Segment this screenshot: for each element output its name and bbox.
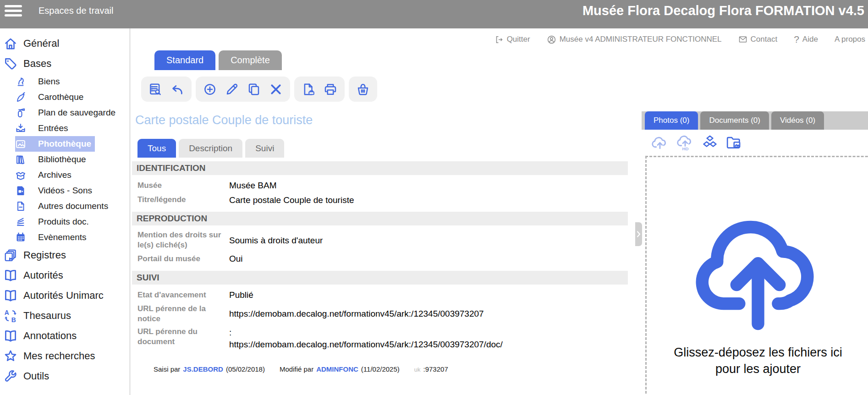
- toolbar-group-edit: [196, 77, 290, 102]
- sidebar-item-autorites[interactable]: Autorités: [0, 265, 130, 285]
- sidebar-item-label: Bibliothèque: [38, 154, 86, 165]
- cloud-arrow-up-icon: [682, 203, 834, 331]
- panel-collapse-handle[interactable]: [635, 222, 642, 246]
- field-row-url-notice: URL pérenne de la notice https://demobam…: [132, 302, 628, 325]
- app-header: Espaces de travail Musée Flora Decalog F…: [0, 0, 868, 28]
- undo-icon[interactable]: [170, 82, 184, 96]
- uk-info: uk :973207: [414, 365, 448, 373]
- field-value-url-document: : https://demobam.decalog.net/formationv…: [229, 327, 503, 350]
- sidebar-item-biens[interactable]: Biens: [15, 74, 95, 89]
- tab-documents[interactable]: Documents (0): [700, 111, 769, 130]
- svg-text:A: A: [5, 309, 9, 316]
- tag-icon: [4, 57, 17, 71]
- file-dropzone[interactable]: Glissez-déposez les fichiers ici pour le…: [645, 156, 868, 395]
- papers-stack-icon: [15, 216, 26, 227]
- sidebar-item-label: Evènements: [38, 232, 87, 242]
- sidebar-item-evenements[interactable]: Evènements: [15, 230, 95, 245]
- sidebar-item-label: Annotations: [23, 330, 77, 342]
- sidebar-item-annotations[interactable]: Annotations: [0, 326, 130, 346]
- sidebar-item-general[interactable]: Général: [0, 33, 130, 54]
- field-value: Carte postale Couple de touriste: [229, 194, 354, 206]
- sidebar-item-label: Registres: [23, 249, 66, 261]
- core-sample-icon: [15, 92, 26, 103]
- cloud-upload-hd-icon[interactable]: HD: [676, 134, 694, 151]
- field-label: Portail du musée: [137, 254, 229, 264]
- copy-icon[interactable]: [247, 82, 261, 96]
- field-row-portail-musee: Portail du musée Oui: [132, 252, 628, 266]
- field-label: Titre/légende: [137, 195, 229, 205]
- sidebar-item-thesaurus[interactable]: AB Thesaurus: [0, 306, 130, 326]
- basket-icon[interactable]: [356, 82, 370, 96]
- list-search-icon[interactable]: [148, 82, 162, 96]
- app-window: Espaces de travail Musée Flora Decalog F…: [0, 0, 868, 395]
- tab-photos[interactable]: Photos (0): [645, 111, 698, 130]
- sidebar-item-mes-recherches[interactable]: Mes recherches: [0, 346, 130, 366]
- created-user-link[interactable]: JS.DEBORD: [183, 365, 223, 373]
- toolbar-group-search: [141, 77, 192, 102]
- sidebar-item-bases[interactable]: Bases: [0, 54, 130, 74]
- sidebar-item-label: Plan de sauvegarde: [38, 108, 115, 118]
- sidebar-item-produits-doc[interactable]: Produits doc.: [15, 214, 95, 230]
- sidebar-item-phototheque[interactable]: Photothèque: [15, 136, 95, 152]
- tab-complete[interactable]: Complète: [219, 50, 282, 70]
- sidebar-item-plan-de-sauvegarde[interactable]: Plan de sauvegarde: [15, 105, 95, 121]
- svg-text:HD: HD: [682, 146, 688, 151]
- created-date: (05/02/2018): [226, 365, 265, 373]
- sidebar-item-videos-sons[interactable]: Vidéos - Sons: [15, 183, 95, 198]
- sidebar-item-registres[interactable]: Registres: [0, 245, 130, 265]
- file-print-icon[interactable]: [302, 82, 315, 96]
- created-info: Saisi par JS.DEBORD (05/02/2018): [154, 365, 265, 373]
- uk-label: uk: [414, 366, 421, 373]
- modified-info: Modifié par ADMINFONC (11/02/2025): [280, 365, 400, 373]
- field-label: Etat d'avancement: [137, 290, 229, 300]
- archive-box-icon: [15, 170, 26, 181]
- field-label: Mention des droits sur le(s) cliché(s): [137, 230, 229, 250]
- edit-pencil-icon[interactable]: [225, 82, 239, 96]
- tab-standard[interactable]: Standard: [154, 50, 215, 70]
- tab-tous[interactable]: Tous: [137, 139, 176, 158]
- tab-description[interactable]: Description: [179, 139, 242, 158]
- field-label: URL pérenne du document: [137, 327, 229, 347]
- hamburger-menu-icon[interactable]: [5, 3, 22, 19]
- sidebar-item-archives[interactable]: Archives: [15, 167, 95, 183]
- field-row-mention-droits: Mention des droits sur le(s) cliché(s) S…: [132, 229, 628, 252]
- field-row-musee: Musée Musée BAM: [132, 178, 628, 193]
- printer-icon[interactable]: [324, 82, 337, 96]
- cubes-icon[interactable]: [701, 135, 719, 150]
- sidebar-item-label: Autorités: [23, 269, 63, 281]
- modified-prefix: Modifié par: [280, 365, 313, 373]
- field-row-etat-avancement: Etat d'avancement Publié: [132, 288, 628, 302]
- sidebar-item-entrees[interactable]: Entrées: [15, 121, 95, 136]
- toolbar-group-print: [294, 77, 345, 102]
- sidebar-item-label: Bases: [23, 58, 51, 70]
- tab-suivi[interactable]: Suivi: [245, 139, 284, 158]
- record-footer: Saisi par JS.DEBORD (05/02/2018) Modifié…: [154, 365, 635, 373]
- sidebar-item-outils[interactable]: Outils: [0, 366, 130, 386]
- sidebar-item-autres-documents[interactable]: Autres documents: [15, 198, 95, 214]
- sidebar-item-label: Outils: [23, 370, 49, 382]
- sidebar-item-carotheque[interactable]: Carothèque: [15, 89, 95, 105]
- sidebar-item-label: Biens: [38, 77, 60, 87]
- toolbar: [141, 77, 635, 102]
- media-panel: Photos (0) Documents (0) Vidéos (0) HD G…: [642, 28, 868, 395]
- sidebar-item-label: Général: [23, 38, 59, 49]
- sidebar-item-autorites-unimarc[interactable]: Autorités Unimarc: [0, 285, 130, 306]
- sidebar-item-bibliotheque[interactable]: Bibliothèque: [15, 152, 95, 167]
- record-fields: IDENTIFICATION Musée Musée BAM Titre/lég…: [132, 161, 628, 351]
- folder-image-icon[interactable]: [725, 135, 742, 150]
- cloud-upload-icon[interactable]: [651, 134, 669, 151]
- field-value: Oui: [229, 253, 243, 265]
- delete-x-icon[interactable]: [269, 82, 283, 96]
- app-title: Musée Flora Decalog Flora FORMATION v4.5: [582, 3, 864, 18]
- tab-videos[interactable]: Vidéos (0): [771, 111, 824, 130]
- modified-date: (11/02/2025): [361, 365, 400, 373]
- media-tab-strip: Photos (0) Documents (0) Vidéos (0): [642, 111, 868, 130]
- video-file-icon: [15, 185, 26, 196]
- field-label: URL pérenne de la notice: [137, 304, 229, 324]
- sidebar-item-label: Carothèque: [38, 92, 83, 102]
- modified-user-link[interactable]: ADMINFONC: [316, 365, 358, 373]
- sidebar-item-label: Autres documents: [38, 201, 108, 211]
- add-circle-icon[interactable]: [203, 82, 217, 96]
- sidebar: Général Bases Biens Carothèque Plan de s…: [0, 28, 130, 395]
- sidebar-item-label: Thesaurus: [23, 310, 71, 322]
